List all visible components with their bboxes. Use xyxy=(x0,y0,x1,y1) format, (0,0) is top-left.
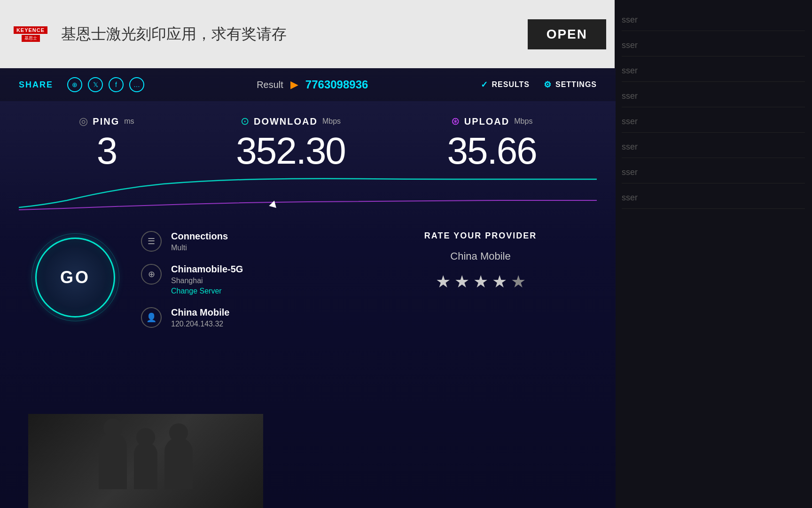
server-icon: ⊕ xyxy=(141,264,162,285)
upload-icon: ⊛ xyxy=(451,115,460,127)
header-right: ✓ RESULTS ⚙ SETTINGS xyxy=(481,79,597,90)
results-icon: ✓ xyxy=(481,79,488,90)
figure-group xyxy=(99,433,193,489)
sidebar-item-1: sser xyxy=(622,9,805,31)
sidebar-item-2: sser xyxy=(622,35,805,56)
isp-icon: 👤 xyxy=(141,307,162,328)
ad-logo-bottom: 基恩士 xyxy=(22,35,40,42)
share-icon-facebook[interactable]: f xyxy=(109,77,124,92)
go-button[interactable]: GO xyxy=(35,238,115,318)
figure-2 xyxy=(134,442,157,489)
ad-logo-top: KEYENCE xyxy=(14,26,47,34)
sidebar-item-8: sser xyxy=(622,187,805,209)
ping-value: 3 xyxy=(97,132,117,170)
speedtest-container: SHARE ⊕ 𝕏 f … Result ▶ 7763098936 ✓ RESU… xyxy=(0,68,616,508)
ad-banner: KEYENCE 基恩士 基恩士激光刻印应用，求有奖请存 OPEN xyxy=(0,0,616,68)
settings-icon: ⚙ xyxy=(544,79,552,90)
header-bar: SHARE ⊕ 𝕏 f … Result ▶ 7763098936 ✓ RESU… xyxy=(0,68,616,101)
star-1[interactable]: ★ xyxy=(436,272,451,292)
server-location: Shanghai xyxy=(171,277,243,285)
star-rating[interactable]: ★ ★ ★ ★ ★ xyxy=(436,272,526,292)
star-5[interactable]: ★ xyxy=(511,272,526,292)
upload-label: UPLOAD xyxy=(464,116,509,127)
sidebar-item-4: sser xyxy=(622,86,805,107)
sidebar-item-3: sser xyxy=(622,60,805,82)
speed-graph xyxy=(19,175,597,212)
connections-row: ☰ Connections Multi xyxy=(141,231,355,252)
ping-label: PING xyxy=(93,116,119,127)
sidebar-item-6: sser xyxy=(622,136,805,158)
rate-section: RATE YOUR PROVIDER China Mobile ★ ★ ★ ★ … xyxy=(374,226,587,328)
result-label: Result xyxy=(257,79,283,90)
server-info: Chinamobile-5G Shanghai Change Server xyxy=(171,264,243,295)
change-server-link[interactable]: Change Server xyxy=(171,287,243,295)
info-section: GO ☰ Connections Multi ⊕ Chinamobile-5G … xyxy=(0,212,616,342)
settings-label: SETTINGS xyxy=(555,80,597,89)
server-name: Chinamobile-5G xyxy=(171,264,243,275)
ad-open-button[interactable]: OPEN xyxy=(528,19,606,49)
download-metric: ⊙ DOWNLOAD Mbps 352.30 xyxy=(236,115,345,170)
download-icon: ⊙ xyxy=(241,115,249,127)
share-label: SHARE xyxy=(19,80,53,90)
connection-details: ☰ Connections Multi ⊕ Chinamobile-5G Sha… xyxy=(141,226,355,328)
connections-title: Connections xyxy=(171,231,228,242)
connections-value: Multi xyxy=(171,244,228,252)
result-section: Result ▶ 7763098936 xyxy=(158,78,466,91)
isp-name: China Mobile xyxy=(171,307,229,318)
sidebar-item-5: sser xyxy=(622,111,805,133)
ping-unit: ms xyxy=(124,117,134,126)
figure-3 xyxy=(164,437,193,489)
ping-metric: ◎ PING ms 3 xyxy=(79,115,134,170)
image-placeholder xyxy=(28,414,263,508)
upload-value: 35.66 xyxy=(447,132,536,170)
download-label: DOWNLOAD xyxy=(254,116,318,127)
share-icon-twitter[interactable]: 𝕏 xyxy=(88,77,103,92)
star-4[interactable]: ★ xyxy=(492,272,507,292)
isp-info: China Mobile 120.204.143.32 xyxy=(171,307,229,328)
ping-icon: ◎ xyxy=(79,115,88,127)
sidebar-item-7: sser xyxy=(622,162,805,183)
result-id: 7763098936 xyxy=(305,78,368,91)
bottom-image xyxy=(28,414,263,508)
metrics-row: ◎ PING ms 3 ⊙ DOWNLOAD Mbps 352.30 ⊛ UPL… xyxy=(0,101,616,175)
go-label: GO xyxy=(60,268,90,287)
upload-unit: Mbps xyxy=(514,117,532,126)
download-header: ⊙ DOWNLOAD Mbps xyxy=(241,115,341,127)
share-icon-more[interactable]: … xyxy=(129,77,144,92)
download-unit: Mbps xyxy=(322,117,341,126)
isp-ip: 120.204.143.32 xyxy=(171,320,229,328)
ping-header: ◎ PING ms xyxy=(79,115,134,127)
right-sidebar: sser sser sser sser sser sser sser sser xyxy=(615,0,812,508)
rate-title: RATE YOUR PROVIDER xyxy=(424,231,537,241)
download-value: 352.30 xyxy=(236,132,345,170)
settings-nav-item[interactable]: ⚙ SETTINGS xyxy=(544,79,597,90)
isp-row: 👤 China Mobile 120.204.143.32 xyxy=(141,307,355,328)
share-icon-globe[interactable]: ⊕ xyxy=(67,77,82,92)
result-arrow-icon: ▶ xyxy=(290,79,298,91)
results-label: RESULTS xyxy=(492,80,530,89)
upload-metric: ⊛ UPLOAD Mbps 35.66 xyxy=(447,115,536,170)
ad-logo: KEYENCE 基恩士 xyxy=(9,26,52,42)
connections-icon: ☰ xyxy=(141,231,162,252)
server-row: ⊕ Chinamobile-5G Shanghai Change Server xyxy=(141,264,355,295)
connections-info: Connections Multi xyxy=(171,231,228,252)
results-nav-item[interactable]: ✓ RESULTS xyxy=(481,79,530,90)
star-2[interactable]: ★ xyxy=(454,272,469,292)
upload-header: ⊛ UPLOAD Mbps xyxy=(451,115,533,127)
figure-1 xyxy=(99,433,127,489)
ad-text: 基恩士激光刻印应用，求有奖请存 xyxy=(61,24,518,45)
go-button-container: GO xyxy=(28,226,122,328)
star-3[interactable]: ★ xyxy=(473,272,488,292)
rate-provider: China Mobile xyxy=(450,250,510,262)
share-icons: ⊕ 𝕏 f … xyxy=(67,77,144,92)
